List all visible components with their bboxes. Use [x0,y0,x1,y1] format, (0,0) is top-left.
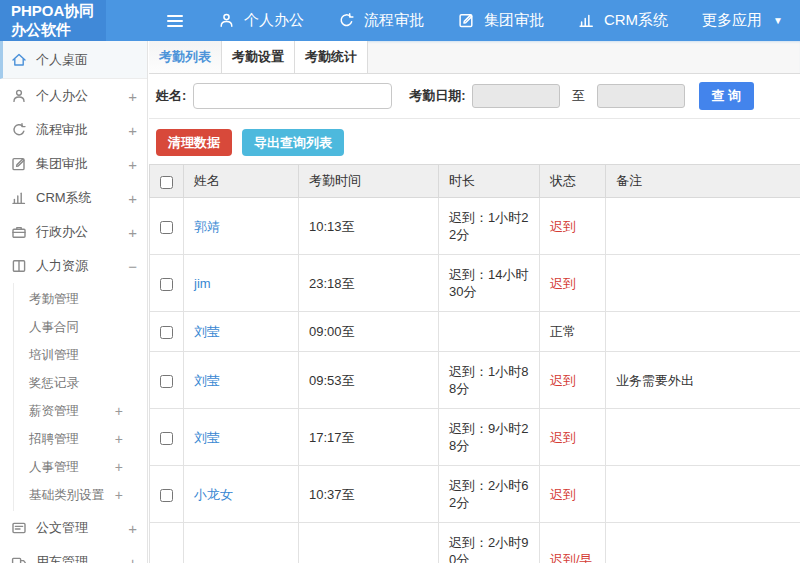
sidebar-item-admin-office[interactable]: 行政办公+ [0,215,147,249]
clean-data-button[interactable]: 清理数据 [156,129,232,156]
sidebar-item-personal-office[interactable]: 个人办公+ [0,79,147,113]
plus-icon: + [115,487,123,503]
header-checkbox-cell [150,165,184,198]
nav-item-crm-system[interactable]: CRM系统 [561,0,685,41]
employee-name-link[interactable]: 刘莹 [194,373,220,388]
table-row: jim23:18至迟到：14小时30分迟到 [150,255,800,312]
date-label: 考勤日期: [409,87,465,105]
row-checkbox[interactable] [160,489,173,502]
nav-item-more-apps[interactable]: 更多应用▼ [685,0,800,41]
row-checkbox[interactable] [160,326,173,339]
nav-item-group-approval[interactable]: 集团审批 [441,0,561,41]
time-cell: 10:13至 [299,198,439,255]
employee-name-link[interactable]: jim [194,276,211,291]
row-checkbox[interactable] [160,432,173,445]
row-checkbox[interactable] [160,221,173,234]
status-cell: 迟到 [540,352,606,409]
status-badge: 迟到 [550,276,576,291]
tab-attendance-list[interactable]: 考勤列表 [149,41,222,73]
row-checkbox[interactable] [160,278,173,291]
menu-icon[interactable] [163,11,187,31]
row-checkbox[interactable] [160,375,173,388]
sidebar-item-vehicle-management[interactable]: 用车管理+ [0,545,147,563]
column-header: 姓名 [184,165,299,198]
document-icon [11,520,27,536]
plus-icon: + [128,122,137,139]
remark-cell [606,312,800,352]
sidebar-item-human-resources[interactable]: 人力资源− [0,249,147,283]
sidebar-item-crm-system[interactable]: CRM系统+ [0,181,147,215]
column-header: 状态 [540,165,606,198]
status-badge: 迟到 [550,430,576,445]
plus-icon: + [128,190,137,207]
nav-item-personal-office[interactable]: 个人办公 [201,0,321,41]
sidebar-item-group-approval[interactable]: 集团审批+ [0,147,147,181]
sidebar-item-personal-desktop[interactable]: 个人桌面 [0,41,147,79]
remark-cell [606,198,800,255]
name-cell: 刘莹 [184,409,299,466]
export-list-button[interactable]: 导出查询列表 [242,129,344,156]
edit-icon [458,12,475,29]
truck-icon [11,554,27,563]
status-badge: 迟到 [550,219,576,234]
briefcase-icon [11,224,27,240]
duration-cell: 迟到：14小时30分 [439,255,540,312]
duration-line: 迟到：2小时62分 [449,477,529,511]
chart-icon [11,190,27,206]
column-header: 时长 [439,165,540,198]
time-cell: 23:18至 [299,255,439,312]
nav-item-workflow-approval[interactable]: 流程审批 [321,0,441,41]
plus-icon: + [128,224,137,241]
sidebar-item-label: 用车管理 [36,553,88,563]
plus-icon: + [128,520,137,537]
sidebar-submenu: 考勤管理人事合同培训管理奖惩记录薪资管理+招聘管理+人事管理+基础类别设置+ [13,283,147,511]
process-icon [338,12,355,29]
name-cell: 管理员 [184,523,299,563]
sidebar-item-document-management[interactable]: 公文管理+ [0,511,147,545]
nav-item-label: 更多应用 [702,11,762,30]
main-content: 考勤列表考勤设置考勤统计 姓名: 考勤日期: 至 查 询 清理数据 导出查询列表… [149,41,800,563]
sidebar: 个人桌面个人办公+流程审批+集团审批+CRM系统+行政办公+人力资源−考勤管理人… [0,41,148,563]
employee-name-link[interactable]: 郭靖 [194,219,220,234]
status-cell: 迟到 [540,255,606,312]
date-to-input[interactable] [597,84,685,108]
sidebar-item-workflow-approval[interactable]: 流程审批+ [0,113,147,147]
remark-cell: 1111 [606,523,800,563]
employee-name-link[interactable]: 刘莹 [194,324,220,339]
tab-strip: 考勤列表考勤设置考勤统计 [149,41,800,74]
plus-icon: + [128,88,137,105]
status-cell: 迟到/早退 [540,523,606,563]
time-cell: 09:53至 [299,352,439,409]
sidebar-subitem-attendance-management[interactable]: 考勤管理 [14,285,147,313]
nav-item-label: 集团审批 [484,11,544,30]
sidebar-subitem-recruitment-management[interactable]: 招聘管理+ [14,425,147,453]
search-button[interactable]: 查 询 [699,82,754,110]
table-row: 刘莹09:53至迟到：1小时88分迟到业务需要外出 [150,352,800,409]
name-input[interactable] [193,83,392,109]
employee-name-link[interactable]: 小龙女 [194,487,233,502]
tab-attendance-stats[interactable]: 考勤统计 [295,41,368,73]
name-cell: 刘莹 [184,312,299,352]
sidebar-subitem-training-management[interactable]: 培训管理 [14,341,147,369]
sidebar-subitem-base-category-settings[interactable]: 基础类别设置+ [14,481,147,509]
sidebar-subitem-reward-punishment[interactable]: 奖惩记录 [14,369,147,397]
duration-line: 迟到：9小时28分 [449,420,529,454]
table-row: 郭靖10:13至迟到：1小时22分迟到 [150,198,800,255]
minus-icon: − [128,258,137,275]
status-cell: 迟到 [540,409,606,466]
select-all-checkbox[interactable] [160,176,173,189]
name-label: 姓名: [156,87,186,105]
row-checkbox-cell [150,198,184,255]
employee-name-link[interactable]: 刘莹 [194,430,220,445]
tab-attendance-settings[interactable]: 考勤设置 [222,41,295,73]
duration-line: 迟到：1小时88分 [449,363,529,397]
sidebar-item-label: 人力资源 [36,257,88,275]
sidebar-subitem-hr-contract[interactable]: 人事合同 [14,313,147,341]
sidebar-subitem-personnel-management[interactable]: 人事管理+ [14,453,147,481]
attendance-table: 姓名考勤时间时长状态备注 郭靖10:13至迟到：1小时22分迟到jim23:18… [149,164,800,563]
date-from-input[interactable] [472,84,560,108]
name-cell: 小龙女 [184,466,299,523]
status-cell: 迟到 [540,466,606,523]
sidebar-subitem-salary-management[interactable]: 薪资管理+ [14,397,147,425]
status-cell: 正常 [540,312,606,352]
